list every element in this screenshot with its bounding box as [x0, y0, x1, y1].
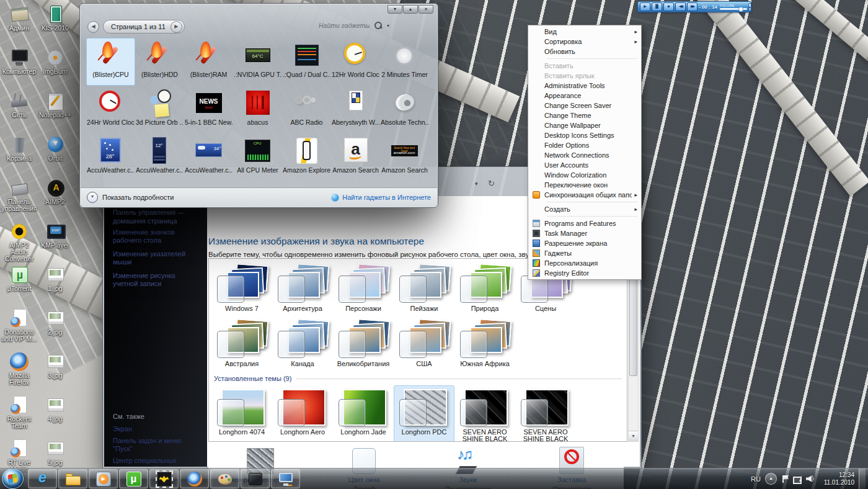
gadget-tile[interactable]: 12Hr World Clock — [331, 38, 380, 86]
hidden-icons-button[interactable] — [765, 473, 777, 485]
desktop-icon[interactable]: 3.jpg — [37, 351, 73, 395]
search-input[interactable]: Найти гаджеты — [319, 22, 370, 29]
context-menu-item[interactable] — [547, 216, 637, 217]
theme-item[interactable]: SEVEN AERO SHINE BLACK TASKBAR — [515, 385, 576, 442]
desktop-icon[interactable]: ImgBurn — [37, 47, 73, 91]
context-menu-item[interactable]: User Accounts — [529, 160, 640, 170]
context-menu-item[interactable] — [547, 202, 637, 202]
desktop-icon[interactable]: µTorrent — [1, 264, 37, 308]
context-menu-item[interactable]: Programs and Features — [529, 218, 640, 228]
context-menu-item[interactable]: Гаджеты — [529, 248, 640, 258]
gadget-tile[interactable]: Absolute Techn... — [380, 86, 429, 133]
desktop-icon[interactable]: Orbit — [37, 134, 73, 177]
player-button[interactable] — [675, 2, 686, 11]
page-forward-button[interactable] — [170, 21, 182, 33]
gadget-tile[interactable]: (Blister)HDD — [135, 38, 184, 86]
context-menu-item[interactable]: Administrative Tools — [529, 81, 640, 91]
theme-item[interactable]: Персонажи — [333, 262, 394, 314]
theme-item[interactable]: Природа — [454, 262, 515, 314]
scrollbar[interactable]: ▲ ▼ — [628, 258, 639, 442]
theme-item[interactable]: США — [394, 317, 454, 369]
context-menu-item[interactable]: Разрешение экрана — [529, 238, 640, 248]
desktop-icon[interactable]: AIMP2 — [37, 177, 73, 221]
show-details-link[interactable]: Показать подробности — [102, 194, 331, 201]
context-menu-item[interactable]: Персонализация — [529, 258, 640, 268]
desktop-icon[interactable]: 1.jpg — [37, 264, 73, 308]
context-menu-item[interactable] — [547, 58, 637, 59]
theme-item[interactable]: Windows 7 — [211, 262, 272, 314]
gadget-tile[interactable]: AccuWeather.c... — [135, 133, 184, 181]
find-gadgets-online-link[interactable]: Найти гаджеты в Интернете — [331, 194, 431, 202]
sidebar-link[interactable]: Центр специальных возможностей — [113, 457, 201, 467]
taskbar-button[interactable] — [241, 469, 270, 488]
context-menu-item[interactable]: Folder Options — [529, 140, 640, 150]
taskbar-button[interactable] — [28, 469, 57, 488]
gadget-tile[interactable]: ABC Radio — [282, 86, 331, 133]
taskbar-button[interactable] — [271, 469, 300, 488]
player-button[interactable] — [640, 2, 650, 11]
sidebar-link[interactable]: Изменение указателей мыши — [113, 250, 201, 266]
desktop-icon[interactable]: Панель управления — [1, 177, 37, 221]
taskbar-button[interactable] — [210, 469, 239, 488]
player-collapse-button[interactable] — [748, 3, 751, 11]
theme-item[interactable]: Великобритания — [333, 317, 394, 369]
sidebar-link[interactable]: Экран — [113, 425, 201, 433]
address-dropdown-icon[interactable] — [475, 181, 478, 187]
player-button[interactable] — [652, 2, 662, 11]
context-menu-item[interactable]: Network Connections — [529, 150, 640, 160]
theme-item[interactable]: Пейзажи — [394, 262, 454, 314]
search-dropdown-icon[interactable] — [387, 23, 389, 29]
desktop-icon[interactable]: AIMP2 Audio Converter — [1, 221, 37, 264]
desktop-icon[interactable]: KMPlayer — [37, 221, 73, 264]
context-menu-item[interactable]: Window Colorization — [529, 170, 640, 180]
search-icon[interactable] — [374, 21, 383, 30]
window-control-button[interactable] — [418, 5, 433, 14]
taskbar-button[interactable] — [180, 469, 209, 488]
window-control-button[interactable] — [403, 5, 418, 14]
theme-item[interactable]: SEVEN AERO SHINE BLACK TASKBAR — [454, 385, 515, 442]
context-menu-item[interactable]: Создать — [529, 204, 640, 214]
theme-item[interactable]: Longhorn PDC — [394, 385, 454, 442]
theme-item[interactable]: Longhorn Aero — [272, 385, 333, 442]
theme-item[interactable]: Австралия — [211, 317, 272, 369]
desktop-icon[interactable]: Корзина — [1, 134, 37, 177]
volume-knob[interactable] — [738, 7, 743, 12]
gadget-tile[interactable]: AccuWeather.c... — [184, 133, 233, 181]
context-menu-item[interactable]: Task Manager — [529, 228, 640, 238]
scrollbar-thumb[interactable] — [629, 269, 637, 376]
desktop-icon[interactable]: Notepad++ — [37, 91, 73, 134]
context-menu-item[interactable]: Вид — [529, 27, 640, 37]
context-menu-item[interactable]: Change Screen Saver — [529, 101, 640, 110]
context-menu-item[interactable]: Appearance — [529, 91, 640, 101]
desktop-icon[interactable]: 4.jpg — [37, 395, 73, 438]
context-menu-item[interactable]: Обновить — [529, 47, 640, 56]
context-menu-item[interactable]: Синхронизация общих папок — [529, 190, 640, 200]
gadget-tile[interactable]: (Blister)CPU — [86, 38, 135, 86]
sidebar-link[interactable]: Изменение значков рабочего стола — [113, 228, 201, 244]
desktop-icon[interactable]: Rockers Team — [1, 395, 37, 438]
desktop-icon[interactable]: Компьютер — [1, 47, 37, 91]
volume-icon[interactable] — [806, 475, 815, 483]
context-menu-item[interactable]: Change Wallpaper — [529, 120, 640, 130]
desktop-icon[interactable]: Donations and VIP M... — [1, 308, 37, 351]
start-button[interactable] — [2, 469, 24, 489]
gadget-tile[interactable]: Amazon Explorer — [282, 133, 331, 181]
gadget-tile[interactable]: .:NVIDIA GPU T... — [233, 38, 282, 86]
language-indicator[interactable]: RU — [751, 475, 761, 483]
context-menu-item[interactable]: Registry Editor — [529, 268, 640, 278]
action-center-flag-icon[interactable] — [781, 475, 789, 483]
desktop-icon[interactable]: Сеть — [1, 91, 37, 134]
theme-item[interactable]: Longhorn Jade — [333, 385, 394, 442]
gadget-tile[interactable]: (Blister)RAM — [184, 38, 233, 86]
context-menu-item[interactable]: Вставить — [529, 61, 640, 71]
desktop-icon[interactable]: KIS-2010 — [37, 4, 73, 47]
sidebar-link[interactable]: Изменение рисунка учетной записи — [113, 272, 201, 288]
desktop-icon[interactable]: 2.jpg — [37, 308, 73, 351]
desktop-icon[interactable]: Админ — [1, 4, 37, 47]
sidebar-link[interactable]: Панель задач и меню "Пуск" — [113, 437, 201, 453]
gadget-tile[interactable]: Aberystwyth W... — [331, 86, 380, 133]
page-back-button[interactable] — [87, 21, 99, 33]
taskbar-button[interactable] — [89, 469, 118, 488]
theme-item[interactable]: Южная Африка — [454, 317, 515, 369]
window-control-button[interactable] — [388, 5, 402, 14]
